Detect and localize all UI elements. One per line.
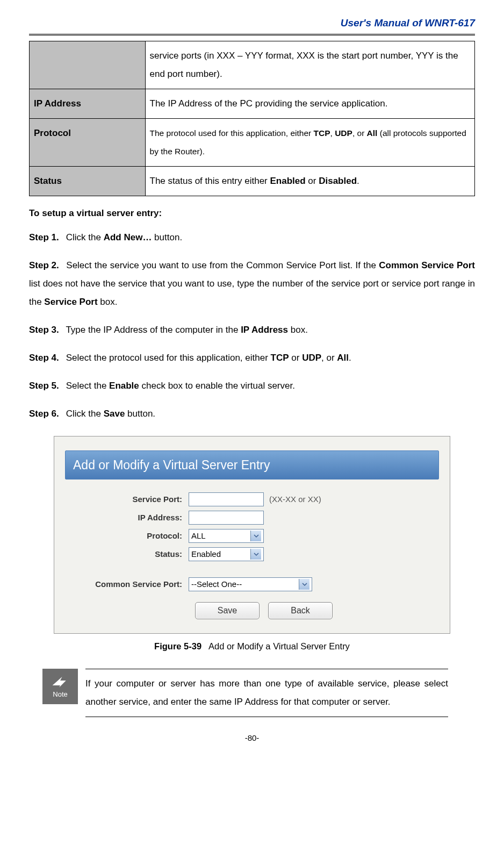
text: check box to enable the virtual server. [139, 381, 295, 391]
ip-address-input[interactable] [189, 511, 264, 525]
text: button. [152, 232, 182, 242]
form-row-service-port: Service Port: (XX-XX or XX) [65, 492, 439, 506]
common-service-port-value: --Select One-- [191, 578, 242, 590]
text-bold: UDP [335, 128, 352, 138]
text: or [289, 353, 303, 363]
text-bold: Enabled [270, 176, 305, 186]
text: button. [125, 409, 155, 419]
text: Select the service you want to use from … [66, 260, 379, 270]
label-status: Status: [65, 548, 189, 560]
chevron-down-icon [299, 579, 309, 590]
step-label: Step 1. [29, 228, 63, 247]
status-select[interactable]: Enabled [189, 547, 264, 561]
section-heading: To setup a virtual server entry: [29, 207, 475, 220]
text: Select the [66, 381, 109, 391]
text: , [330, 128, 335, 138]
step-4: Step 4. Select the protocol used for thi… [29, 349, 475, 367]
text-bold: All [367, 128, 378, 138]
step-label: Step 6. [29, 405, 63, 423]
figure-title: Add or Modify a Virtual Server Entry [65, 450, 439, 479]
table-cell-desc: The protocol used for this application, … [145, 118, 474, 166]
note-icon: Note [42, 669, 78, 704]
form-row-protocol: Protocol: ALL [65, 529, 439, 543]
text-bold: Enable [109, 381, 139, 391]
text: The status of this entry either [150, 176, 270, 186]
label-service-port: Service Port: [65, 493, 189, 505]
step-label: Step 4. [29, 349, 63, 367]
label-common-service-port: Common Service Port: [65, 578, 189, 590]
table-cell-label: Protocol [30, 118, 146, 166]
header-rule [29, 34, 475, 35]
figure-panel: Add or Modify a Virtual Server Entry Ser… [54, 436, 450, 634]
text-bold: Add New… [104, 232, 152, 242]
parameter-table: service ports (in XXX – YYY format, XXX … [29, 41, 475, 196]
text-bold: TCP [271, 353, 289, 363]
note-block: Note If your computer or server has more… [42, 669, 448, 717]
button-row: Save Back [195, 602, 439, 619]
step-6: Step 6. Click the Save button. [29, 405, 475, 423]
service-port-input[interactable] [189, 492, 264, 506]
back-button[interactable]: Back [268, 602, 333, 619]
save-button[interactable]: Save [195, 602, 260, 619]
note-label: Note [53, 690, 67, 699]
text: . [357, 176, 359, 186]
common-service-port-select[interactable]: --Select One-- [189, 577, 312, 591]
chevron-down-icon [250, 531, 261, 541]
table-row: Status The status of this entry either E… [30, 166, 475, 196]
figure-caption: Figure 5-39 Add or Modify a Virtual Serv… [54, 640, 450, 653]
text-bold: TCP [314, 128, 330, 138]
text-bold: IP Address [241, 325, 288, 335]
text-bold: Service Port [44, 297, 97, 307]
form-row-common-service-port: Common Service Port: --Select One-- [65, 577, 439, 591]
protocol-select[interactable]: ALL [189, 529, 264, 543]
text-bold: Disabled [319, 176, 357, 186]
text: , or [321, 353, 337, 363]
text: The protocol used for this application, … [150, 128, 314, 138]
step-2: Step 2. Select the service you want to u… [29, 256, 475, 311]
page-header: User's Manual of WNRT-617 [29, 16, 475, 31]
step-1: Step 1. Click the Add New… button. [29, 228, 475, 247]
table-cell-label: Status [30, 166, 146, 196]
step-5: Step 5. Select the Enable check box to e… [29, 377, 475, 395]
form-row-status: Status: Enabled [65, 547, 439, 561]
text: box. [288, 325, 308, 335]
step-label: Step 3. [29, 321, 63, 339]
label-ip-address: IP Address: [65, 512, 189, 523]
protocol-value: ALL [191, 530, 206, 541]
text: Click the [66, 232, 104, 242]
table-row: service ports (in XXX – YYY format, XXX … [30, 41, 475, 89]
label-protocol: Protocol: [65, 530, 189, 541]
table-cell-desc: service ports (in XXX – YYY format, XXX … [145, 41, 474, 89]
table-cell-desc: The IP Address of the PC providing the s… [145, 89, 474, 118]
step-3: Step 3. Type the IP Address of the compu… [29, 321, 475, 339]
status-value: Enabled [191, 548, 221, 560]
table-cell-label [30, 41, 146, 89]
text: , or [352, 128, 367, 138]
table-row: Protocol The protocol used for this appl… [30, 118, 475, 166]
note-text: If your computer or server has more than… [85, 669, 448, 717]
service-port-hint: (XX-XX or XX) [269, 493, 321, 505]
text: box. [98, 297, 118, 307]
text-bold: Common Service Port [379, 260, 475, 270]
figure-caption-text: Add or Modify a Virtual Server Entry [208, 641, 350, 651]
text: . [349, 353, 351, 363]
form-row-ip-address: IP Address: [65, 511, 439, 525]
table-cell-desc: The status of this entry either Enabled … [145, 166, 474, 196]
table-row: IP Address The IP Address of the PC prov… [30, 89, 475, 118]
text: or [306, 176, 319, 186]
table-cell-label: IP Address [30, 89, 146, 118]
text-bold: Save [104, 409, 125, 419]
step-label: Step 2. [29, 256, 63, 275]
text-bold: All [337, 353, 349, 363]
figure-caption-label: Figure 5-39 [154, 641, 201, 651]
text: Type the IP Address of the computer in t… [66, 325, 241, 335]
text: Select the protocol used for this applic… [66, 353, 271, 363]
text: Click the [66, 409, 104, 419]
page-number: -80- [29, 732, 475, 743]
chevron-down-icon [250, 549, 261, 560]
figure-container: Add or Modify a Virtual Server Entry Ser… [29, 433, 475, 656]
text-bold: UDP [302, 353, 321, 363]
step-label: Step 5. [29, 377, 63, 395]
